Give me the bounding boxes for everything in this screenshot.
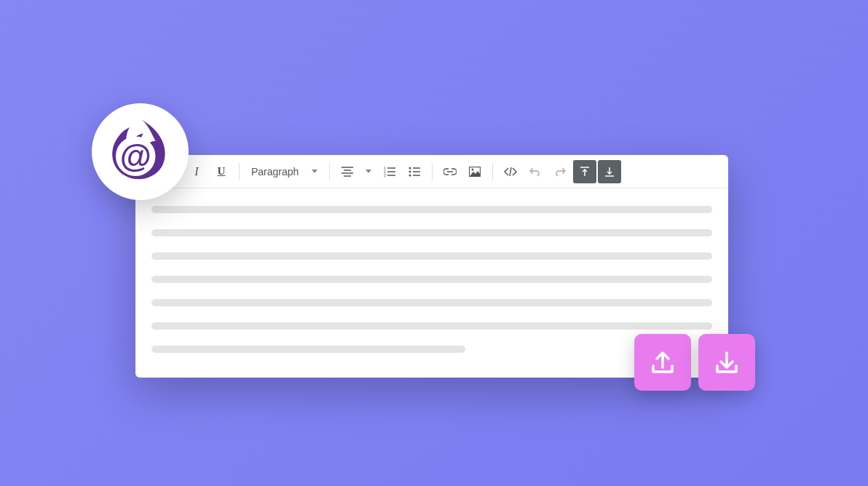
upload-icon	[647, 347, 678, 378]
bullet-list-button[interactable]	[403, 160, 426, 183]
blazor-flame-icon: @	[102, 113, 178, 190]
export-button[interactable]	[573, 160, 596, 183]
separator	[329, 163, 330, 180]
separator	[492, 163, 493, 180]
import-button[interactable]	[598, 160, 621, 183]
italic-button[interactable]: I	[185, 160, 208, 183]
svg-point-12	[409, 167, 411, 169]
link-button[interactable]	[438, 160, 462, 183]
placeholder-line	[151, 229, 712, 236]
redo-button[interactable]	[548, 160, 572, 183]
svg-point-14	[409, 174, 411, 176]
floating-actions	[634, 334, 755, 391]
chevron-down-icon	[366, 170, 371, 173]
upload-button[interactable]	[634, 334, 691, 391]
svg-text:3: 3	[384, 173, 386, 177]
separator	[432, 163, 433, 180]
editor-toolbar: I U Paragraph 123	[135, 155, 728, 188]
download-button[interactable]	[698, 334, 755, 391]
svg-text:@: @	[120, 138, 151, 174]
format-label: Paragraph	[251, 166, 299, 178]
format-dropdown[interactable]: Paragraph	[245, 160, 323, 183]
chevron-down-icon	[312, 170, 317, 173]
undo-icon	[529, 167, 541, 176]
placeholder-line	[151, 346, 465, 353]
placeholder-line	[151, 276, 712, 283]
export-up-icon	[580, 167, 590, 177]
align-dropdown-button[interactable]	[360, 160, 376, 183]
align-center-icon	[342, 167, 353, 177]
bullet-list-icon	[409, 167, 420, 177]
ordered-list-button[interactable]: 123	[378, 160, 401, 183]
link-icon	[443, 168, 457, 175]
underline-button[interactable]: U	[210, 160, 233, 183]
placeholder-line	[151, 322, 712, 330]
code-view-button[interactable]	[499, 160, 522, 183]
align-button[interactable]	[336, 160, 359, 183]
undo-button[interactable]	[524, 160, 547, 183]
image-button[interactable]	[463, 160, 486, 183]
placeholder-line	[151, 252, 712, 260]
placeholder-line	[151, 299, 712, 306]
separator	[239, 163, 240, 180]
redo-icon	[554, 167, 566, 176]
ordered-list-icon: 123	[384, 167, 395, 177]
svg-point-19	[472, 168, 474, 170]
import-down-icon	[604, 167, 615, 177]
image-icon	[469, 167, 481, 177]
blazor-logo-badge: @	[92, 103, 189, 200]
svg-point-13	[409, 170, 411, 172]
placeholder-line	[151, 206, 712, 213]
download-icon	[711, 347, 742, 378]
code-icon	[504, 167, 517, 176]
